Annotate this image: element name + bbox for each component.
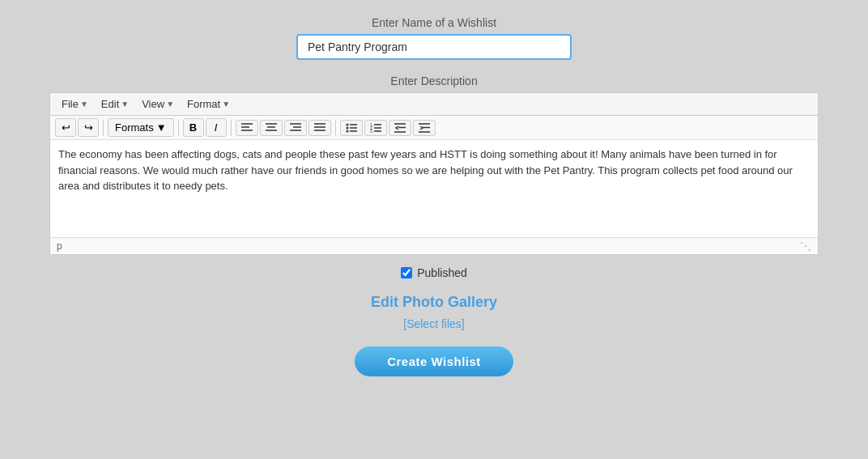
menu-file[interactable]: File ▼	[57, 96, 93, 112]
published-label: Published	[417, 266, 467, 279]
align-center-button[interactable]	[260, 120, 283, 136]
resize-handle-icon[interactable]: ⋱	[800, 240, 811, 253]
formats-dropdown[interactable]: Formats ▼	[108, 118, 174, 137]
toolbar-sep-3	[231, 120, 232, 136]
format-arrow-icon: ▼	[222, 100, 230, 108]
indent-button[interactable]	[413, 120, 436, 136]
align-justify-button[interactable]	[308, 120, 331, 136]
published-checkbox[interactable]	[401, 267, 412, 278]
editor-menubar: File ▼ Edit ▼ View ▼ Format ▼	[50, 93, 818, 116]
svg-point-18	[346, 126, 348, 129]
editor-toolbar: ↩ ↪ Formats ▼ B I	[50, 116, 818, 140]
menu-format[interactable]: Format ▼	[182, 96, 235, 112]
editor-container: File ▼ Edit ▼ View ▼ Format ▼ ↩ ↪ Format…	[49, 92, 819, 255]
align-right-button[interactable]	[284, 120, 307, 136]
align-left-button[interactable]	[236, 120, 258, 136]
ordered-list-button[interactable]: 1.2.3.	[364, 120, 387, 136]
bold-button[interactable]: B	[183, 118, 204, 137]
undo-button[interactable]: ↩	[55, 118, 76, 137]
unordered-list-button[interactable]	[340, 120, 363, 136]
menu-view[interactable]: View ▼	[137, 96, 179, 112]
svg-text:3.: 3.	[370, 129, 373, 133]
statusbar-tag: p	[57, 240, 62, 252]
formats-arrow-icon: ▼	[156, 121, 167, 134]
toolbar-sep-4	[335, 120, 336, 136]
select-files-link[interactable]: [Select files]	[403, 317, 464, 330]
editor-paragraph: The economy has been affecting dogs, cat…	[58, 147, 810, 194]
outdent-button[interactable]	[389, 120, 411, 136]
create-wishlist-button[interactable]: Create Wishlist	[355, 346, 513, 376]
published-row: Published	[401, 266, 467, 279]
file-arrow-icon: ▼	[80, 100, 88, 108]
editor-statusbar: p ⋱	[50, 237, 818, 254]
redo-button[interactable]: ↪	[78, 118, 99, 137]
view-arrow-icon: ▼	[166, 100, 174, 108]
editor-content-area[interactable]: The economy has been affecting dogs, cat…	[50, 140, 818, 237]
edit-photo-gallery-title[interactable]: Edit Photo Gallery	[371, 294, 497, 311]
svg-point-16	[346, 123, 348, 125]
toolbar-sep-2	[178, 120, 179, 136]
wishlist-name-input[interactable]	[296, 34, 572, 60]
menu-edit[interactable]: Edit ▼	[96, 96, 134, 112]
svg-point-20	[346, 130, 348, 132]
name-label: Enter Name of a Wishlist	[372, 16, 496, 29]
page-wrapper: Enter Name of a Wishlist Enter Descripti…	[0, 16, 868, 376]
italic-button[interactable]: I	[206, 118, 227, 137]
toolbar-sep-1	[103, 120, 104, 136]
description-label: Enter Description	[390, 74, 477, 87]
edit-arrow-icon: ▼	[121, 100, 129, 108]
